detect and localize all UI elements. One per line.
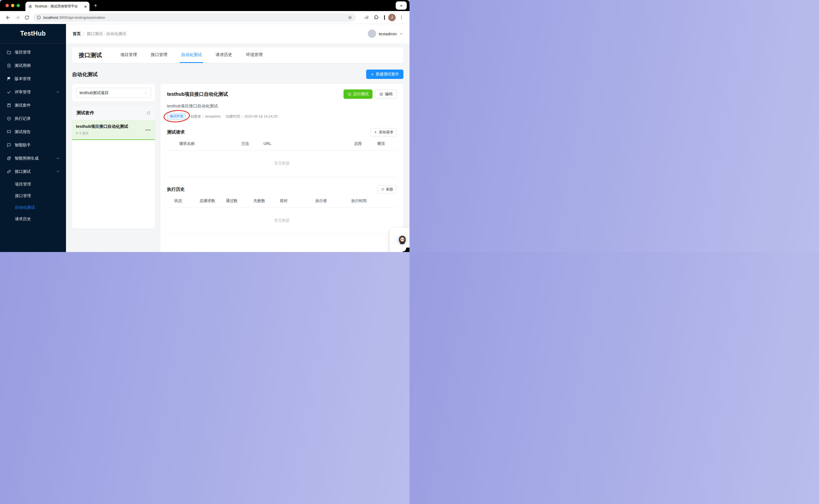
- browser-menu-dots-icon[interactable]: [397, 13, 406, 22]
- maximize-window-button[interactable]: [17, 4, 20, 7]
- suite-detail-title: testhub项目接口自动化测试: [167, 89, 228, 97]
- red-annotation-circle: [163, 109, 190, 123]
- flag-icon: [7, 76, 11, 81]
- add-request-button-label: 添加请求: [379, 130, 393, 135]
- api-testing-tab-card: 接口测试 项目管理 接口管理 自动化测试 请求历史 环境管理: [72, 47, 403, 63]
- column-execution-time: 执行时间: [351, 198, 397, 208]
- column-enabled: 启用: [354, 141, 377, 150]
- column-passed: 通过数: [226, 198, 253, 208]
- project-select-card: testhub测试项目: [72, 84, 155, 102]
- sidebar-item-label: 测试套件: [15, 103, 31, 108]
- history-empty-state: 暂无数据: [167, 208, 397, 234]
- forward-icon[interactable]: [13, 13, 22, 22]
- refresh-icon[interactable]: [146, 111, 150, 115]
- browser-tab[interactable]: TestHub - 测试用例管理平台 ×: [25, 2, 89, 11]
- reload-icon[interactable]: [22, 13, 31, 22]
- run-test-button[interactable]: 运行测试: [343, 89, 372, 99]
- suite-meta-row: 测试环境 创建者： testadmin 创建时间： 2025-08-18 14:…: [167, 113, 397, 120]
- sidebar-item-version-management[interactable]: 版本管理: [3, 73, 63, 84]
- history-section-header: 执行历史 刷新: [167, 185, 397, 193]
- sidebar-item-label: 项目管理: [15, 50, 31, 55]
- window-controls: [6, 4, 20, 7]
- user-menu[interactable]: testadmin: [368, 30, 403, 38]
- sidebar-item-label: 智能用例生成: [15, 156, 39, 161]
- tab-project-management[interactable]: 项目管理: [119, 47, 138, 63]
- suite-list-item[interactable]: testhub项目接口自动化测试 0 个请求 •••: [72, 120, 155, 140]
- assistant-avatar-eye: [403, 239, 404, 240]
- sidebar-subitem-request-history[interactable]: 请求历史: [3, 214, 63, 224]
- suite-info: testhub项目接口自动化测试 0 个请求: [76, 124, 128, 136]
- refresh-history-button-label: 刷新: [386, 187, 393, 192]
- bookmark-star-icon[interactable]: [348, 15, 352, 20]
- sidebar-subitem-api-management[interactable]: 接口管理: [3, 191, 63, 201]
- tab-environment-management[interactable]: 环境管理: [245, 47, 264, 63]
- sidebar-item-review-management[interactable]: 评审管理: [3, 86, 63, 97]
- breadcrumb-separator: /: [83, 31, 84, 36]
- check-icon: [7, 90, 11, 94]
- user-name: testadmin: [379, 31, 397, 36]
- sidebar-item-project-management[interactable]: 项目管理: [3, 47, 63, 58]
- play-circle-icon: [7, 116, 11, 121]
- sidebar-subitem-automation-testing[interactable]: 自动化测试: [3, 202, 63, 212]
- more-actions-icon[interactable]: •••: [145, 128, 151, 132]
- new-tab-button[interactable]: +: [92, 2, 99, 9]
- add-request-button[interactable]: 添加请求: [370, 128, 397, 136]
- breadcrumb-current: 接口测试 - 自动化测试: [87, 31, 126, 36]
- play-circle-icon: [347, 92, 351, 96]
- run-test-button-label: 运行测试: [353, 92, 368, 97]
- main-area: 首页 / 接口测试 - 自动化测试 testadmin 接口测试 项目管理 接口…: [66, 24, 410, 252]
- sidebar-item-api-testing[interactable]: 接口测试: [3, 166, 63, 177]
- sidebar-item-test-suites[interactable]: 测试套件: [3, 100, 63, 111]
- sidebar-item-ai-assistant[interactable]: 智能助手: [3, 139, 63, 150]
- column-executor: 执行者: [315, 198, 351, 208]
- sidebar-subitem-label: 请求历史: [15, 216, 31, 222]
- plus-icon: [370, 73, 374, 76]
- tab-search-chevron-button[interactable]: [396, 1, 407, 10]
- sidebar-item-ai-case-generation[interactable]: 智能用例生成: [3, 153, 63, 164]
- window-corner-shadow: [402, 248, 410, 252]
- new-suite-button[interactable]: 新建测试套件: [366, 70, 403, 79]
- column-assertion: 断言: [377, 141, 397, 150]
- back-icon[interactable]: [3, 13, 13, 22]
- suites-panel-title: 测试套件: [76, 110, 94, 116]
- tab-close-icon[interactable]: ×: [84, 4, 87, 9]
- edit-button[interactable]: 编辑: [375, 89, 397, 99]
- sidebar-item-test-reports[interactable]: 测试报告: [3, 126, 63, 137]
- extensions-puzzle-icon[interactable]: [371, 13, 381, 22]
- minimize-window-button[interactable]: [11, 4, 14, 7]
- breadcrumb-home[interactable]: 首页: [73, 31, 81, 36]
- sidebar-submenu-api-testing: 项目管理 接口管理 自动化测试 请求历史: [0, 179, 66, 224]
- sidebar-item-label: 接口测试: [15, 169, 31, 174]
- user-avatar: [368, 30, 376, 38]
- tab-automation-testing[interactable]: 自动化测试: [180, 47, 203, 63]
- tab-api-management[interactable]: 接口管理: [149, 47, 169, 63]
- browser-window: TestHub - 测试用例管理平台 × + localhost:3000/ap…: [0, 0, 410, 252]
- suite-action-buttons: 运行测试 编辑: [343, 89, 397, 99]
- assistant-avatar-eye: [401, 239, 402, 240]
- presentation-icon: [7, 129, 11, 134]
- chevron-down-icon: [144, 91, 147, 94]
- right-column: testhub项目接口自动化测试 运行测试 编辑: [160, 84, 403, 252]
- chevron-down-icon: [56, 91, 59, 94]
- left-column: testhub测试项目 测试套件 testhub项目接口: [72, 84, 155, 229]
- site-info-icon[interactable]: [36, 15, 41, 20]
- link-icon: [7, 169, 11, 174]
- sidebar-subitem-label: 接口管理: [15, 193, 31, 198]
- sidebar-subitem-label: 自动化测试: [15, 205, 35, 210]
- assistant-avatar[interactable]: [397, 235, 407, 245]
- sidebar-subitem-project-management[interactable]: 项目管理: [3, 179, 63, 189]
- hub-extension-icon[interactable]: [362, 13, 371, 22]
- creator-label: 创建者：: [190, 114, 205, 119]
- refresh-history-button[interactable]: 刷新: [377, 185, 397, 193]
- tab-request-history[interactable]: 请求历史: [214, 47, 234, 63]
- column-url: URL: [263, 141, 354, 150]
- refresh-icon: [381, 188, 384, 191]
- close-window-button[interactable]: [6, 4, 9, 7]
- browser-profile-avatar[interactable]: J: [388, 14, 396, 21]
- url-bar[interactable]: localhost:3000/api-testing/automation: [33, 13, 356, 22]
- sidebar-item-label: 执行记录: [15, 116, 31, 121]
- sidebar-item-test-cases[interactable]: 测试用例: [3, 60, 63, 71]
- project-select[interactable]: testhub测试项目: [76, 88, 151, 98]
- sidebar-item-execution-records[interactable]: 执行记录: [3, 113, 63, 124]
- new-suite-button-label: 新建测试套件: [376, 72, 399, 77]
